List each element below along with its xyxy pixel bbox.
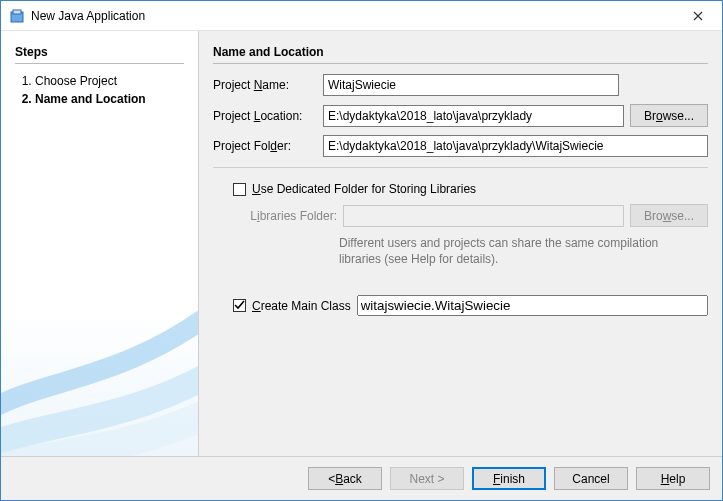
step-item-current: Name and Location bbox=[35, 92, 184, 106]
separator bbox=[213, 167, 708, 168]
titlebar: New Java Application bbox=[1, 1, 722, 31]
libraries-folder-input bbox=[343, 205, 624, 227]
project-location-input[interactable] bbox=[323, 105, 624, 127]
browse-libraries-button: Browse... bbox=[630, 204, 708, 227]
project-name-label: Project Name: bbox=[213, 78, 317, 92]
main-heading: Name and Location bbox=[213, 45, 708, 64]
create-main-class-label[interactable]: Create Main Class bbox=[252, 299, 351, 313]
back-button[interactable]: < Back bbox=[308, 467, 382, 490]
browse-location-button[interactable]: Browse... bbox=[630, 104, 708, 127]
create-main-class-checkbox[interactable] bbox=[233, 299, 246, 312]
project-location-label: Project Location: bbox=[213, 109, 317, 123]
dedicated-folder-label[interactable]: Use Dedicated Folder for Storing Librari… bbox=[252, 182, 476, 196]
app-icon bbox=[9, 8, 25, 24]
steps-heading: Steps bbox=[15, 45, 184, 64]
wizard-decoration bbox=[1, 276, 199, 456]
libraries-folder-label: Libraries Folder: bbox=[233, 209, 337, 223]
help-button[interactable]: Help bbox=[636, 467, 710, 490]
window-title: New Java Application bbox=[31, 9, 678, 23]
project-folder-input bbox=[323, 135, 708, 157]
cancel-button[interactable]: Cancel bbox=[554, 467, 628, 490]
libraries-help-text: Different users and projects can share t… bbox=[339, 235, 699, 267]
wizard-footer: < Back Next > Finish Cancel Help bbox=[1, 456, 722, 500]
main-class-input[interactable] bbox=[357, 295, 708, 316]
svg-rect-1 bbox=[13, 10, 21, 14]
close-button[interactable] bbox=[678, 2, 718, 30]
finish-button[interactable]: Finish bbox=[472, 467, 546, 490]
project-folder-label: Project Folder: bbox=[213, 139, 317, 153]
main-panel: Name and Location Project Name: Project … bbox=[199, 31, 722, 456]
dedicated-folder-checkbox[interactable] bbox=[233, 183, 246, 196]
next-button: Next > bbox=[390, 467, 464, 490]
steps-sidebar: Steps Choose Project Name and Location bbox=[1, 31, 199, 456]
project-name-input[interactable] bbox=[323, 74, 619, 96]
step-item: Choose Project bbox=[35, 74, 184, 88]
